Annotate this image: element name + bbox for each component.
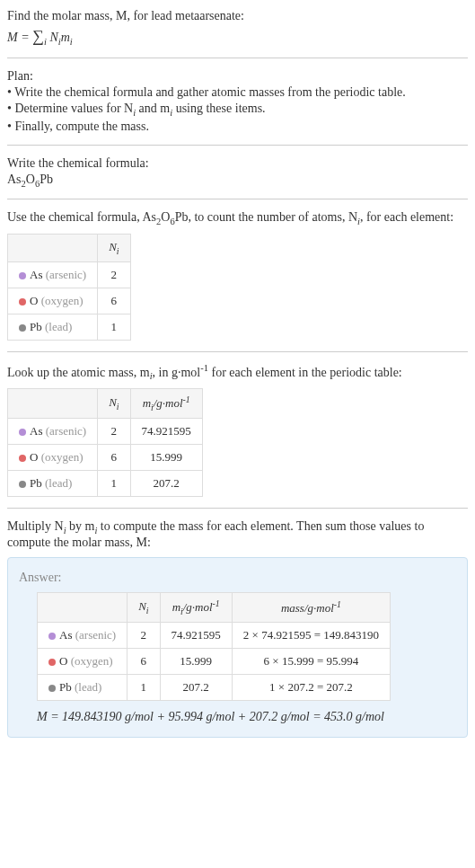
divider — [7, 58, 468, 58]
element-cell: Pb (lead) — [38, 674, 128, 700]
n-cell: 2 — [98, 419, 130, 445]
table-row: O (oxygen)6 — [8, 288, 131, 314]
element-dot-icon — [19, 429, 26, 436]
divider — [7, 508, 468, 509]
count-section: Use the chemical formula, As2O6Pb, to co… — [7, 210, 468, 340]
element-cell: As (arsenic) — [38, 622, 128, 648]
element-dot-icon — [19, 455, 26, 462]
table-row: Pb (lead)1207.2 — [8, 471, 203, 497]
divider — [7, 351, 468, 352]
plan-title: Plan: — [7, 69, 468, 84]
element-cell: Pb (lead) — [8, 314, 98, 340]
lookup-text: Look up the atomic mass, mi, in g·mol-1 … — [7, 363, 468, 381]
table-row: O (oxygen)615.9996 × 15.999 = 95.994 — [38, 648, 391, 674]
n-cell: 2 — [128, 622, 160, 648]
divider — [7, 145, 468, 146]
n-cell: 2 — [98, 261, 130, 288]
n-cell: 1 — [98, 471, 130, 497]
element-dot-icon — [48, 633, 56, 640]
m-cell: 15.999 — [160, 648, 232, 674]
calc-cell: 1 × 207.2 = 207.2 — [232, 674, 390, 700]
table-row: As (arsenic)2 — [8, 261, 131, 288]
final-answer: M = 149.843190 g/mol + 95.994 g/mol + 20… — [37, 710, 456, 724]
chem-formula-title: Write the chemical formula: — [7, 156, 468, 171]
count-table: Ni As (arsenic)2O (oxygen)6Pb (lead)1 — [7, 234, 131, 341]
table-row: Pb (lead)1 — [8, 314, 131, 340]
element-dot-icon — [48, 685, 56, 692]
table-row: As (arsenic)274.921595 — [8, 419, 203, 445]
divider — [7, 199, 468, 199]
element-dot-icon — [48, 659, 56, 666]
table-row: Pb (lead)1207.21 × 207.2 = 207.2 — [38, 674, 391, 700]
table-row: As (arsenic)274.9215952 × 74.921595 = 14… — [38, 622, 391, 648]
m-cell: 74.921595 — [160, 622, 232, 648]
table-header: Ni mi/g·mol-1 mass/g·mol-1 — [38, 592, 391, 622]
n-cell: 6 — [98, 445, 130, 471]
element-dot-icon — [19, 272, 26, 279]
m-cell: 207.2 — [130, 471, 202, 497]
count-text: Use the chemical formula, As2O6Pb, to co… — [7, 210, 468, 226]
element-cell: As (arsenic) — [8, 261, 98, 288]
table-header: Ni mi/g·mol-1 — [8, 389, 203, 419]
m-cell: 15.999 — [130, 445, 202, 471]
answer-label: Answer: — [19, 571, 456, 585]
m-cell: 74.921595 — [130, 419, 202, 445]
element-dot-icon — [19, 324, 26, 332]
answer-box: Answer: Ni mi/g·mol-1 mass/g·mol-1 As (a… — [7, 557, 468, 738]
n-cell: 1 — [128, 674, 160, 700]
plan-bullet-3: • Finally, compute the mass. — [7, 120, 468, 134]
m-cell: 207.2 — [160, 674, 232, 700]
plan-bullet-2: • Determine values for Ni and mi using t… — [7, 102, 468, 118]
multiply-section: Multiply Ni by mi to compute the mass fo… — [7, 519, 468, 738]
element-cell: Pb (lead) — [8, 471, 98, 497]
n-cell: 6 — [128, 648, 160, 674]
element-cell: O (oxygen) — [8, 445, 98, 471]
chem-formula-value: As2O6Pb — [7, 173, 468, 189]
lookup-section: Look up the atomic mass, mi, in g·mol-1 … — [7, 363, 468, 497]
element-dot-icon — [19, 481, 26, 488]
chem-formula: Write the chemical formula: As2O6Pb — [7, 156, 468, 189]
element-cell: O (oxygen) — [8, 288, 98, 314]
answer-table: Ni mi/g·mol-1 mass/g·mol-1 As (arsenic)2… — [37, 592, 391, 701]
intro-line: Find the molar mass, M, for lead metaars… — [7, 9, 468, 23]
plan: Plan: • Write the chemical formula and g… — [7, 69, 468, 134]
multiply-text: Multiply Ni by mi to compute the mass fo… — [7, 519, 468, 550]
intro: Find the molar mass, M, for lead metaars… — [7, 9, 468, 47]
lookup-table: Ni mi/g·mol-1 As (arsenic)274.921595O (o… — [7, 388, 203, 497]
table-row: O (oxygen)615.999 — [8, 445, 203, 471]
element-cell: O (oxygen) — [38, 648, 128, 674]
calc-cell: 6 × 15.999 = 95.994 — [232, 648, 390, 674]
n-cell: 6 — [98, 288, 130, 314]
calc-cell: 2 × 74.921595 = 149.843190 — [232, 622, 390, 648]
plan-bullet-1: • Write the chemical formula and gather … — [7, 85, 468, 100]
element-dot-icon — [19, 298, 26, 306]
table-header: Ni — [8, 235, 131, 262]
n-cell: 1 — [98, 314, 130, 340]
element-cell: As (arsenic) — [8, 419, 98, 445]
intro-formula: M = ∑i Nimi — [7, 27, 468, 47]
